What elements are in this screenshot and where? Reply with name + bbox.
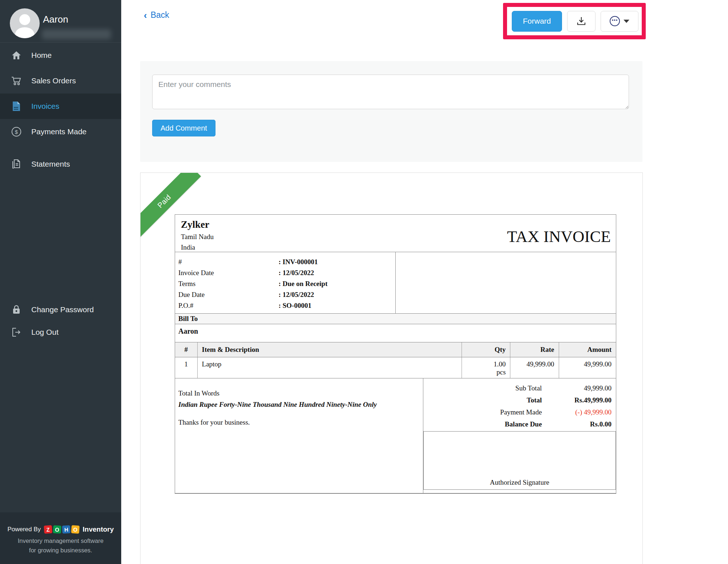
signature-box: Authorized Signature [423, 431, 616, 490]
zoho-letter-h: H [62, 525, 71, 533]
forward-button[interactable]: Forward [512, 11, 562, 32]
dollar-circle-icon: $ [11, 127, 22, 137]
comments-panel: Add Comment [140, 61, 642, 162]
more-actions-button[interactable]: ••• [601, 11, 638, 32]
invoice-notes: Total In Words Indian Rupee Forty-Nine T… [175, 378, 423, 493]
sidebar-item-label: Statements [31, 160, 70, 168]
item-amount: 49,999.00 [559, 357, 616, 378]
total-value: Rs.49,999.00 [542, 396, 612, 404]
chevron-left-icon: ‹ [144, 11, 147, 20]
tagline-line1: Inventory management software [0, 536, 121, 545]
powered-by-row: Powered By Z O H O Inventory [0, 525, 121, 533]
sidebar-item-change-password[interactable]: Change Password [0, 298, 121, 321]
detail-label: Terms [178, 280, 278, 288]
sidebar-item-label: Home [31, 51, 52, 60]
detail-label: Due Date [178, 291, 278, 299]
invoice-details: # : INV-000001 Invoice Date : 12/05/2022… [175, 252, 616, 314]
statements-icon [11, 159, 22, 169]
user-name: Aaron [43, 14, 68, 25]
invoice-document: Zylker Tamil Nadu India TAX INVOICE # : … [175, 214, 616, 494]
customer-portal-app: Aaron Home Sales Orders [0, 0, 728, 564]
bill-to-label: Bill To [175, 314, 616, 324]
document-title: TAX INVOICE [507, 227, 611, 246]
annotation-highlight-box: Forward ••• [503, 3, 646, 39]
col-header-amount: Amount [559, 342, 616, 357]
invoice-totals: Sub Total 49,999.00 Total Rs.49,999.00 P… [423, 378, 616, 493]
item-description: Laptop [197, 357, 462, 378]
company-country: India [181, 243, 214, 251]
zoho-letter-z: Z [44, 525, 52, 533]
add-comment-button[interactable]: Add Comment [152, 120, 215, 136]
user-email-redacted [42, 29, 111, 39]
total-value: (-) 49,999.00 [542, 408, 612, 416]
sidebar: Aaron Home Sales Orders [0, 0, 121, 564]
thanks-note: Thanks for your business. [178, 418, 418, 426]
main-content: ‹ Back Forward ••• Add Comment Paid [121, 0, 728, 564]
item-qty-value: 1.00 [462, 360, 506, 368]
zoho-letter-o2: O [71, 525, 79, 533]
invoice-details-left: # : INV-000001 Invoice Date : 12/05/2022… [175, 252, 396, 313]
authorized-signature-label: Authorized Signature [424, 478, 616, 486]
paid-ribbon-label: Paid [156, 193, 173, 210]
download-pdf-button[interactable] [567, 11, 596, 32]
svg-text:$: $ [15, 129, 18, 135]
detail-label: # [178, 258, 278, 266]
home-icon [11, 51, 22, 60]
zoho-logo: Z O H O [44, 525, 79, 533]
sidebar-item-label: Change Password [31, 305, 94, 314]
total-label: Total [423, 396, 542, 404]
person-icon [10, 8, 40, 38]
col-header-description: Item & Description [197, 342, 462, 357]
sidebar-item-label: Log Out [31, 328, 59, 337]
sidebar-item-label: Invoices [31, 102, 59, 111]
item-rate: 49,999.00 [510, 357, 558, 378]
item-num: 1 [175, 357, 197, 378]
invoice-details-right-empty [396, 252, 616, 313]
item-row: 1 Laptop 1.00 pcs 49,999.00 49,999.00 [175, 357, 616, 378]
col-header-num: # [175, 342, 197, 357]
detail-value: : 12/05/2022 [278, 269, 314, 277]
sidebar-item-sales-orders[interactable]: Sales Orders [0, 68, 121, 94]
detail-value: : SO-00001 [278, 302, 311, 310]
brand-name: Inventory [83, 525, 114, 533]
total-row-balance-due: Balance Due Rs.0.00 [423, 418, 616, 430]
item-qty: 1.00 pcs [462, 357, 510, 378]
sidebar-account-links: Change Password Log Out [0, 298, 121, 343]
sidebar-item-label: Sales Orders [31, 76, 76, 85]
cart-icon [11, 76, 22, 86]
total-row-subtotal: Sub Total 49,999.00 [423, 382, 616, 394]
detail-row: P.O.# : SO-00001 [178, 300, 392, 311]
detail-value: : INV-000001 [278, 258, 318, 266]
back-link[interactable]: ‹ Back [144, 10, 169, 20]
total-label: Balance Due [423, 420, 542, 428]
item-qty-unit: pcs [462, 368, 506, 376]
sidebar-item-invoices[interactable]: Invoices [0, 94, 121, 119]
detail-row: Invoice Date : 12/05/2022 [178, 267, 392, 278]
total-label: Payment Made [423, 408, 542, 416]
invoice-bottom-section: Total In Words Indian Rupee Forty-Nine T… [175, 378, 616, 493]
sidebar-footer: Powered By Z O H O Inventory Inventory m… [0, 512, 121, 564]
total-value: 49,999.00 [542, 384, 612, 392]
sidebar-item-home[interactable]: Home [0, 43, 121, 68]
total-label: Sub Total [423, 384, 542, 392]
detail-value: : Due on Receipt [278, 280, 328, 288]
sidebar-item-log-out[interactable]: Log Out [0, 321, 121, 343]
total-value: Rs.0.00 [542, 420, 612, 428]
total-in-words-value: Indian Rupee Forty-Nine Thousand Nine Hu… [178, 401, 418, 409]
back-label: Back [151, 10, 169, 20]
lock-icon [11, 305, 22, 315]
comment-input[interactable] [152, 75, 629, 109]
footer-tagline: Inventory management software for growin… [0, 536, 121, 555]
invoice-file-icon [11, 101, 22, 111]
company-name: Zylker [181, 219, 214, 230]
company-block: Zylker Tamil Nadu India [181, 219, 214, 252]
sidebar-item-statements[interactable]: Statements [0, 151, 121, 177]
total-row-total: Total Rs.49,999.00 [423, 394, 616, 406]
detail-label: Invoice Date [178, 269, 278, 277]
powered-by-label: Powered By [7, 526, 41, 533]
sidebar-item-payments-made[interactable]: $ Payments Made [0, 119, 121, 144]
total-row-payment-made: Payment Made (-) 49,999.00 [423, 406, 616, 418]
avatar [10, 8, 40, 38]
invoice-preview-panel: Paid Zylker Tamil Nadu India TAX INVOICE… [140, 172, 643, 564]
total-in-words-label: Total In Words [178, 389, 418, 397]
